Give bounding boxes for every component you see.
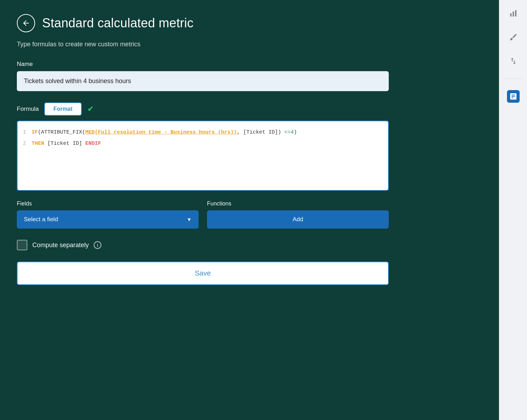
calculator-sidebar-icon[interactable] [507,90,520,103]
field-select-dropdown[interactable]: Select a field ▼ [17,210,199,229]
header: Standard calculated metric [17,14,482,32]
page-title: Standard calculated metric [42,16,193,31]
save-button[interactable]: Save [17,262,389,285]
code-content-2: THEN [Ticket ID] ENDIF [32,140,388,148]
fields-label: Fields [17,201,199,207]
formula-label: Formula [17,106,39,113]
subtitle: Type formulas to create new custom metri… [17,41,482,48]
compute-label: Compute separately [32,242,89,249]
right-sidebar [499,0,527,420]
brush-sidebar-icon[interactable] [507,31,520,43]
formula-row: Formula Format ✔ [17,102,482,116]
format-button[interactable]: Format [44,102,81,116]
checkmark-icon: ✔ [87,104,94,114]
code-line-2: 2 THEN [Ticket ID] ENDIF [18,138,388,149]
keyword-endif: ENDIF [85,141,101,147]
compute-checkbox[interactable] [17,240,27,250]
add-button[interactable]: Add [207,210,389,229]
line-number-2: 2 [18,141,32,146]
line-number-1: 1 [18,129,32,135]
keyword-if: IF [32,129,38,135]
keyword-then: THEN [32,141,44,147]
back-arrow-icon [22,19,30,27]
sort-sidebar-icon[interactable] [507,55,520,67]
name-input[interactable] [17,71,389,91]
sidebar-divider [505,79,522,79]
med-function: MED(Full resolution time - Business hour… [85,129,237,135]
fields-col: Fields Select a field ▼ [17,201,199,229]
code-editor[interactable]: 1 IF(ATTRIBUTE_FIX(MED(Full resolution t… [17,121,389,191]
main-content: Standard calculated metric Type formulas… [0,0,499,420]
back-button[interactable] [17,14,35,32]
comparison: <=4 [284,129,294,135]
name-label: Name [17,61,482,68]
field-select-placeholder: Select a field [24,216,58,223]
code-line-1: 1 IF(ATTRIBUTE_FIX(MED(Full resolution t… [18,127,388,138]
fields-functions-row: Fields Select a field ▼ Functions Add [17,201,389,229]
bar-chart-sidebar-icon[interactable] [507,7,520,20]
chevron-down-icon: ▼ [187,217,192,222]
info-icon[interactable]: i [94,241,101,249]
code-content-1: IF(ATTRIBUTE_FIX(MED(Full resolution tim… [32,128,388,137]
svg-rect-1 [513,12,514,16]
functions-label: Functions [207,201,389,207]
functions-col: Functions Add [207,201,389,229]
compute-row: Compute separately i [17,240,482,250]
svg-rect-0 [510,13,512,16]
svg-rect-2 [515,10,516,16]
